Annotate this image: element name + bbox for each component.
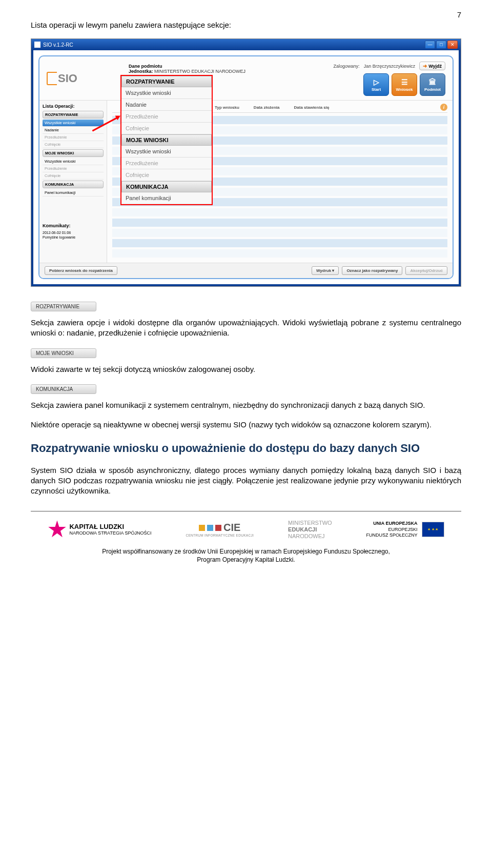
logo-text: SIO <box>58 72 77 85</box>
app-icon <box>34 42 40 48</box>
logo-block: SIO <box>47 62 129 85</box>
para-1: Sekcja zawiera opcje i widoki dostępne d… <box>31 318 461 339</box>
logout-arrow-icon: ➜ <box>423 63 427 69</box>
jednostka-row: Jednostka: MINISTERSTWO EDUKACJI NARODOW… <box>129 69 334 74</box>
callout-popup: ROZPATRYWANIE Wszystkie wnioski Nadanie … <box>120 75 213 205</box>
left-item-wszystkie2[interactable]: Wszystkie wnioski <box>43 158 104 165</box>
app-inner: SIO Dane podmiotu Jednostka: MINISTERSTW… <box>38 55 454 279</box>
doc-footer: KAPITAŁ LUDZKI NARODOWA STRATEGIA SPÓJNO… <box>31 511 461 564</box>
table-row[interactable] <box>112 208 447 216</box>
cie-top: CIE <box>199 522 240 534</box>
popup-item-cofniecie2: Cofnięcie <box>121 169 212 181</box>
para-3: Sekcja zawiera panel komunikacji z syste… <box>31 400 461 410</box>
app-header: SIO Dane podmiotu Jednostka: MINISTERSTW… <box>39 56 453 101</box>
action-podmiot[interactable]: 🏛Podmiot <box>420 73 445 96</box>
tab-moje-wnioski: MOJE WNIOSKI <box>31 348 96 358</box>
logo-bracket-icon <box>47 72 57 85</box>
btn-pobierz[interactable]: Pobierz wniosek do rozpatrzenia <box>45 266 117 275</box>
ue1: UNIA EUROPEJSKA <box>366 521 418 527</box>
left-item-cofniecie[interactable]: Cofnięcie <box>43 141 104 148</box>
info-icon[interactable]: i <box>440 104 447 111</box>
app-screenshot: SIO v.1.2-RC — □ ✕ SIO Dane podmiotu Jed… <box>31 38 461 287</box>
action-wniosek[interactable]: ☰Wniosek <box>392 73 417 96</box>
btn-akceptuj[interactable]: Akceptuj/Odrzuć <box>405 266 447 275</box>
jednostka-label: Jednostka: <box>129 69 153 74</box>
btn-oznacz[interactable]: Oznacz jako rozpatrywany <box>342 266 402 275</box>
logout-button[interactable]: ➜ Wyjdź <box>419 62 445 70</box>
left-item-przedluzenie2[interactable]: Przedłużenie <box>43 165 104 172</box>
window-title: SIO v.1.2-RC <box>43 42 424 48</box>
window-titlebar: SIO v.1.2-RC — □ ✕ <box>31 39 461 50</box>
ue-text: UNIA EUROPEJSKA EUROPEJSKI FUNDUSZ SPOŁE… <box>366 521 418 539</box>
kapital-ludzki-logo: KAPITAŁ LUDZKI NARODOWA STRATEGIA SPÓJNO… <box>48 520 151 539</box>
flag-stars: ★ ★ ★ <box>427 527 439 531</box>
table-row[interactable] <box>112 219 447 227</box>
page-number: 7 <box>457 10 461 19</box>
logo-row: KAPITAŁ LUDZKI NARODOWA STRATEGIA SPÓJNO… <box>31 517 461 545</box>
para-4: Niektóre operacje są nieaktywne w obecne… <box>31 420 461 430</box>
left-hdr-kom[interactable]: KOMUNIKACJA <box>43 181 104 188</box>
popup-hdr-kom: KOMUNIKACJA <box>121 181 212 192</box>
left-item-przedluzenie[interactable]: Przedłużenie <box>43 134 104 141</box>
page: 7 Lista operacji w lewym panelu zawiera … <box>0 0 492 574</box>
table-row[interactable] <box>112 229 447 237</box>
window-body: SIO Dane podmiotu Jednostka: MINISTERSTW… <box>31 50 461 286</box>
close-button[interactable]: ✕ <box>447 41 458 49</box>
kl-small: NARODOWA STRATEGIA SPÓJNOŚCI <box>69 531 151 536</box>
left-hdr-rozpatrywanie[interactable]: ROZPATRYWANIE <box>43 111 104 119</box>
btn-wydruk[interactable]: Wydruk ▾ <box>312 266 339 275</box>
th-typ[interactable]: Typ wniosku <box>215 105 239 110</box>
logout-label: Wyjdź <box>428 64 442 69</box>
komunikaty-label: Komunikaty: <box>43 223 104 228</box>
popup-item-wszystkie2: Wszystkie wnioski <box>121 146 212 157</box>
ue3: FUNDUSZ SPOŁECZNY <box>366 532 418 539</box>
maximize-button[interactable]: □ <box>436 41 446 49</box>
minimize-button[interactable]: — <box>425 41 435 49</box>
kl-big: KAPITAŁ LUDZKI <box>69 523 151 530</box>
app-footer: Pobierz wniosek do rozpatrzenia Wydruk ▾… <box>39 263 453 278</box>
table-row[interactable] <box>112 239 447 247</box>
popup-item-cofniecie: Cofnięcie <box>121 123 212 134</box>
tab-komunikacja: KOMUNIKACJA <box>31 384 96 394</box>
left-hdr-moje[interactable]: MOJE WNIOSKI <box>43 149 104 157</box>
cie-logo: CIE CENTRUM INFORMATYCZNE EDUKACJI <box>186 522 254 537</box>
form-icon: ☰ <box>401 78 408 86</box>
men3: NARODOWEJ <box>288 533 332 540</box>
action-wniosek-label: Wniosek <box>396 87 413 92</box>
left-item-wszystkie[interactable]: Wszystkie wnioski <box>43 120 104 127</box>
para-5: System SIO działa w sposób asynchroniczn… <box>31 465 461 497</box>
ue-logo: UNIA EUROPEJSKA EUROPEJSKI FUNDUSZ SPOŁE… <box>366 521 444 539</box>
action-podmiot-label: Podmiot <box>424 87 441 92</box>
cie-text: CIE <box>223 522 240 534</box>
jednostka-value: MINISTERSTWO EDUKACJI NARODOWEJ <box>154 69 245 74</box>
left-item-panel[interactable]: Panel komunikacji <box>43 189 104 196</box>
eu-flag-icon: ★ ★ ★ <box>422 522 444 537</box>
intro-text: Lista operacji w lewym panelu zawiera na… <box>31 21 461 29</box>
ue2: EUROPEJSKI <box>366 527 418 533</box>
men-logo: MINISTERSTWO EDUKACJI NARODOWEJ <box>288 520 332 540</box>
header-info: Dane podmiotu Jednostka: MINISTERSTWO ED… <box>129 62 334 74</box>
logged-label: Zalogowany: <box>334 64 360 69</box>
popup-item-przedluzenie2: Przedłużenie <box>121 157 212 169</box>
popup-item-przedluzenie: Przedłużenie <box>121 111 212 123</box>
cie-sub: CENTRUM INFORMATYCZNE EDUKACJI <box>186 534 254 537</box>
cie-sq-icon <box>215 525 221 531</box>
cie-sq-icon <box>207 525 213 531</box>
popup-hdr-moje: MOJE WNIOSKI <box>121 134 212 146</box>
popup-item-panel: Panel komunikacji <box>121 192 212 204</box>
popup-item-nadanie: Nadanie <box>121 99 212 111</box>
star-icon <box>48 520 66 539</box>
th-data-s[interactable]: Data stawienia się <box>294 105 330 110</box>
logged-value: Jan Brzęczyszczykiewicz <box>364 64 416 69</box>
table-row[interactable] <box>112 249 447 258</box>
tab-rozpatrywanie: ROZPATRYWANIE <box>31 302 96 311</box>
logged-row: Zalogowany: Jan Brzęczyszczykiewicz ➜ Wy… <box>334 62 445 70</box>
footer-line2: Program Operacyjny Kapitał Ludzki. <box>31 556 461 564</box>
th-data-z[interactable]: Data złożenia <box>254 105 280 110</box>
dane-podmiotu-label: Dane podmiotu <box>129 64 334 69</box>
footer-line1: Projekt współfinansowany ze środków Unii… <box>31 548 461 556</box>
left-item-cofniecie2[interactable]: Cofnięcie <box>43 172 104 180</box>
action-start[interactable]: ▷Start <box>363 73 389 96</box>
para-2: Widoki zawarte w tej sekcji dotyczą wnio… <box>31 364 461 374</box>
play-icon: ▷ <box>374 78 379 86</box>
